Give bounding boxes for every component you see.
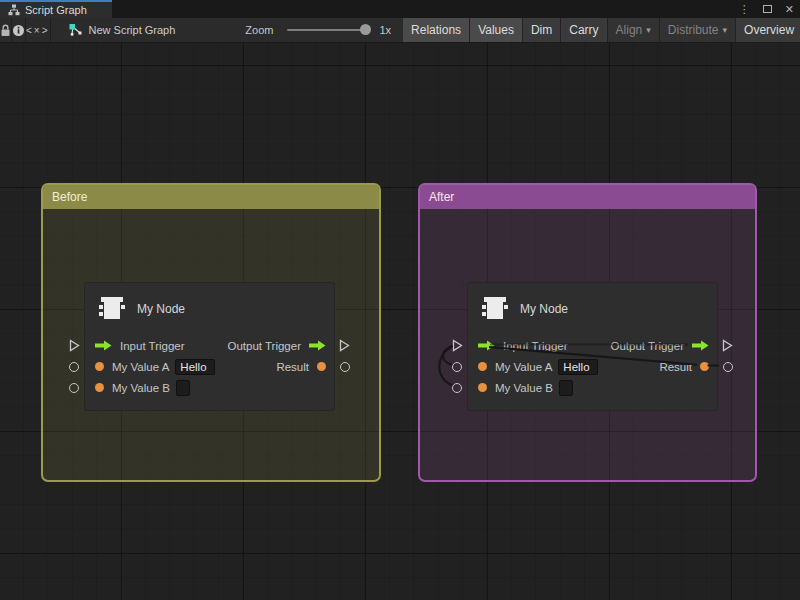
chevron-down-icon: ▾ xyxy=(646,25,651,35)
info-icon xyxy=(12,24,25,37)
value-b-port-icon[interactable] xyxy=(95,383,104,392)
output-trigger-connection-port[interactable] xyxy=(722,339,733,352)
relations-button[interactable]: Relations xyxy=(403,18,470,42)
input-trigger-label: Input Trigger xyxy=(120,340,185,352)
zoom-value: 1x xyxy=(379,24,391,36)
zoom-slider[interactable] xyxy=(287,29,369,31)
value-a-label: My Value A xyxy=(495,361,552,373)
value-b-input[interactable] xyxy=(559,380,573,396)
values-button[interactable]: Values xyxy=(470,18,523,42)
trigger-row: Input Trigger Output Trigger xyxy=(85,335,334,356)
value-a-row: My Value A Result xyxy=(85,356,334,377)
output-trigger-label: Output Trigger xyxy=(227,340,301,352)
value-b-connection-port[interactable] xyxy=(452,383,462,393)
value-b-input[interactable] xyxy=(176,380,190,396)
value-a-connection-port[interactable] xyxy=(452,362,462,372)
tab-title: Script Graph xyxy=(25,4,87,16)
kebab-menu-icon[interactable]: ⋮ xyxy=(739,0,750,18)
close-icon[interactable]: ✕ xyxy=(785,0,794,18)
graph-breadcrumb[interactable]: New Script Graph xyxy=(57,18,188,42)
value-b-row: My Value B xyxy=(468,377,717,398)
chevron-down-icon: ▾ xyxy=(723,25,728,35)
value-b-port-icon[interactable] xyxy=(478,383,487,392)
value-b-label: My Value B xyxy=(495,382,553,394)
graph-hierarchy-icon xyxy=(8,4,20,16)
result-port-icon[interactable] xyxy=(700,362,709,371)
code-brackets-icon: <×> xyxy=(26,25,50,36)
value-a-row: My Value A Result xyxy=(468,356,717,377)
lock-button[interactable] xyxy=(0,18,12,42)
tab-bar: Script Graph ⋮ ✕ xyxy=(0,0,800,18)
node-header[interactable]: My Node xyxy=(468,283,717,325)
trigger-row: Input Trigger Output Trigger xyxy=(468,335,717,356)
result-connection-port[interactable] xyxy=(340,362,350,372)
graph-toolbar: <×> New Script Graph Zoom 1x Relations V… xyxy=(0,18,800,43)
carry-button[interactable]: Carry xyxy=(561,18,607,42)
script-graph-icon xyxy=(69,23,83,37)
window-controls: ⋮ ✕ xyxy=(739,0,794,18)
distribute-dropdown[interactable]: Distribute ▾ xyxy=(660,18,736,42)
value-b-label: My Value B xyxy=(112,382,170,394)
zoom-slider-handle[interactable] xyxy=(360,24,371,35)
node-header[interactable]: My Node xyxy=(85,283,334,325)
align-dropdown[interactable]: Align ▾ xyxy=(608,18,660,42)
group-before-title: Before xyxy=(52,190,87,204)
node-title: My Node xyxy=(137,302,185,316)
input-trigger-label: Input Trigger xyxy=(503,340,568,352)
output-trigger-connection-port[interactable] xyxy=(339,339,350,352)
info-button[interactable] xyxy=(12,18,26,42)
group-after-header[interactable]: After xyxy=(420,185,755,209)
input-trigger-connection-port[interactable] xyxy=(452,339,463,352)
dim-button[interactable]: Dim xyxy=(523,18,561,42)
lock-icon xyxy=(0,24,11,37)
graph-canvas[interactable]: Before After My Node xyxy=(0,43,800,600)
group-after-title: After xyxy=(429,190,454,204)
flow-input-port-icon[interactable] xyxy=(478,340,495,351)
graph-name-label: New Script Graph xyxy=(89,24,176,36)
group-before-header[interactable]: Before xyxy=(43,185,379,209)
unit-node-icon xyxy=(480,296,510,322)
zoom-label: Zoom xyxy=(245,24,273,36)
value-b-connection-port[interactable] xyxy=(69,383,79,393)
node-my-node-after[interactable]: My Node Input Trigger Output Trigger xyxy=(467,282,718,411)
node-my-node-before[interactable]: My Node Input Trigger Output Trigger xyxy=(84,282,335,411)
unit-node-icon xyxy=(97,296,127,322)
result-port-icon[interactable] xyxy=(317,362,326,371)
zoom-control: Zoom 1x xyxy=(245,18,391,42)
value-a-port-icon[interactable] xyxy=(478,362,487,371)
tab-script-graph[interactable]: Script Graph xyxy=(0,0,112,18)
flow-output-port-icon[interactable] xyxy=(692,340,709,351)
result-connection-port[interactable] xyxy=(723,362,733,372)
value-a-port-icon[interactable] xyxy=(95,362,104,371)
value-a-input[interactable] xyxy=(558,359,598,375)
value-a-label: My Value A xyxy=(112,361,169,373)
port-rows: Input Trigger Output Trigger My Value A … xyxy=(468,335,717,398)
code-view-button[interactable]: <×> xyxy=(26,18,51,42)
flow-output-port-icon[interactable] xyxy=(309,340,326,351)
port-rows: Input Trigger Output Trigger My Value A … xyxy=(85,335,334,398)
input-trigger-connection-port[interactable] xyxy=(69,339,80,352)
output-trigger-label: Output Trigger xyxy=(610,340,684,352)
value-b-row: My Value B xyxy=(85,377,334,398)
node-title: My Node xyxy=(520,302,568,316)
toolbar-buttons: Relations Values Dim Carry Align ▾ Distr… xyxy=(403,18,800,42)
result-label: Result xyxy=(276,361,309,373)
value-a-connection-port[interactable] xyxy=(69,362,79,372)
value-a-input[interactable] xyxy=(175,359,215,375)
maximize-icon[interactable] xyxy=(763,5,772,13)
flow-input-port-icon[interactable] xyxy=(95,340,112,351)
script-graph-window: Script Graph ⋮ ✕ <×> xyxy=(0,0,800,600)
overview-button[interactable]: Overview xyxy=(736,18,800,42)
result-label: Result xyxy=(659,361,692,373)
